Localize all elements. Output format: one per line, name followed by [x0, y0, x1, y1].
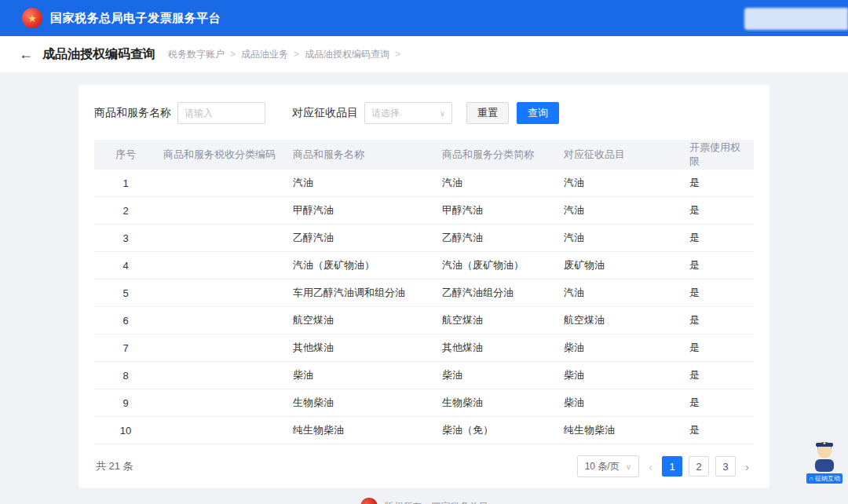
cell-no: 7 [94, 342, 157, 354]
cell-no: 9 [94, 397, 157, 409]
header-short-name: 商品和服务分类简称 [436, 148, 557, 162]
table-row[interactable]: 10 纯生物柴油 柴油（免） 纯生物柴油 是 [94, 417, 754, 444]
breadcrumb-item[interactable]: 成品油业务 [241, 48, 305, 61]
header-no: 序号 [94, 148, 157, 162]
cell-short-name: 柴油（免） [436, 423, 557, 437]
header-permission: 开票使用权限 [683, 141, 754, 169]
page-size-value: 10 条/页 [585, 460, 620, 473]
table-row[interactable]: 1 汽油 汽油 汽油 是 [94, 170, 754, 197]
cell-no: 3 [94, 232, 157, 244]
headset-icon: ∩ [809, 474, 813, 483]
assistant-label: 征纳互动 [815, 474, 840, 483]
table-row[interactable]: 5 车用乙醇汽油调和组分油 乙醇汽油组分油 汽油 是 [94, 279, 754, 307]
cell-name: 乙醇汽油 [287, 231, 436, 245]
cell-category: 汽油 [557, 203, 683, 217]
table-row[interactable]: 4 汽油（废矿物油） 汽油（废矿物油） 废矿物油 是 [94, 252, 754, 279]
cell-permission: 是 [683, 203, 754, 217]
cell-no: 6 [94, 315, 157, 327]
main-content: 商品和服务名称 对应征收品目 请选择 ∨ 重置 查询 序号 商品和服务税收分类编… [0, 72, 848, 504]
cell-name: 纯生物柴油 [287, 423, 436, 437]
table-row[interactable]: 8 柴油 柴油 柴油 是 [94, 362, 754, 389]
cell-no: 2 [94, 205, 157, 217]
cell-no: 10 [94, 425, 157, 436]
assistant-avatar-icon [810, 439, 839, 472]
page-number-button[interactable]: 2 [689, 456, 709, 477]
cell-category: 航空煤油 [557, 313, 683, 327]
back-arrow-icon[interactable]: ← [19, 47, 33, 61]
cell-permission: 是 [683, 176, 754, 190]
cell-permission: 是 [683, 341, 754, 355]
cell-category: 汽油 [557, 286, 683, 300]
cell-permission: 是 [683, 286, 754, 300]
breadcrumb-item[interactable]: 税务数字账户 [168, 48, 241, 61]
assistant-widget[interactable]: ∩ 征纳互动 [806, 439, 843, 484]
query-button[interactable]: 查询 [517, 102, 559, 124]
goods-name-input[interactable] [177, 102, 265, 124]
cell-category: 柴油 [557, 341, 683, 355]
cell-name: 甲醇汽油 [287, 203, 436, 217]
page-title: 成品油授权编码查询 [42, 46, 155, 63]
assistant-badge[interactable]: ∩ 征纳互动 [806, 473, 843, 484]
page-number-button[interactable]: 1 [662, 456, 682, 477]
cell-no: 4 [94, 260, 157, 272]
cell-short-name: 生物柴油 [436, 396, 557, 410]
query-card: 商品和服务名称 对应征收品目 请选择 ∨ 重置 查询 序号 商品和服务税收分类编… [79, 85, 769, 488]
cell-short-name: 航空煤油 [436, 313, 557, 327]
reset-button[interactable]: 重置 [466, 102, 509, 124]
header-code: 商品和服务税收分类编码 [157, 148, 287, 162]
app-header: ★ 国家税务总局电子发票服务平台 [0, 0, 848, 36]
next-page-button[interactable]: › [742, 460, 752, 473]
cell-name: 汽油（废矿物油） [287, 258, 436, 272]
table-body: 1 汽油 汽油 汽油 是 2 甲醇汽油 甲醇汽油 汽油 是 [94, 170, 754, 444]
category-label: 对应征收品目 [292, 106, 358, 120]
table-footer: 共 21 条 10 条/页 ∨ ‹ 1 2 3 › [94, 444, 754, 482]
cell-category: 柴油 [557, 396, 683, 410]
chevron-down-icon: ∨ [440, 109, 445, 118]
page-size-select[interactable]: 10 条/页 ∨ [577, 455, 639, 477]
copyright-text: 版权所有：国家税务总局 [385, 500, 488, 504]
cell-no: 5 [94, 287, 157, 299]
cell-category: 柴油 [557, 368, 683, 382]
table-row[interactable]: 3 乙醇汽油 乙醇汽油 汽油 是 [94, 225, 754, 252]
category-select[interactable]: 请选择 ∨ [364, 102, 452, 124]
app-title: 国家税务总局电子发票服务平台 [50, 11, 221, 26]
cell-category: 汽油 [557, 231, 683, 245]
cell-name: 生物柴油 [287, 396, 436, 410]
category-select-placeholder: 请选择 [371, 107, 400, 120]
user-info-redacted[interactable] [744, 8, 848, 30]
breadcrumb-item[interactable]: 成品油授权编码查询 [305, 48, 406, 61]
cell-name: 柴油 [287, 368, 436, 382]
page-footer: ★ 版权所有：国家税务总局 [0, 498, 848, 504]
cell-name: 航空煤油 [287, 313, 436, 327]
chevron-down-icon: ∨ [626, 462, 631, 471]
pagination: 10 条/页 ∨ ‹ 1 2 3 › [577, 455, 752, 477]
table-row[interactable]: 7 其他煤油 其他煤油 柴油 是 [94, 334, 754, 362]
cell-no: 8 [94, 370, 157, 382]
goods-name-label: 商品和服务名称 [94, 106, 171, 120]
table-row[interactable]: 2 甲醇汽油 甲醇汽油 汽油 是 [94, 197, 754, 225]
cell-category: 汽油 [557, 176, 683, 190]
cell-permission: 是 [683, 231, 754, 245]
cell-name: 其他煤油 [287, 341, 436, 355]
search-form: 商品和服务名称 对应征收品目 请选择 ∨ 重置 查询 [94, 99, 754, 140]
cell-permission: 是 [683, 396, 754, 410]
prev-page-button[interactable]: ‹ [645, 460, 656, 473]
cell-permission: 是 [683, 423, 754, 437]
cell-no: 1 [94, 177, 157, 189]
table-row[interactable]: 6 航空煤油 航空煤油 航空煤油 是 [94, 307, 754, 334]
header-name: 商品和服务名称 [287, 148, 436, 162]
cell-permission: 是 [683, 368, 754, 382]
page-number-button[interactable]: 3 [715, 456, 736, 477]
breadcrumb: 税务数字账户 成品油业务 成品油授权编码查询 [168, 48, 406, 61]
table-header-row: 序号 商品和服务税收分类编码 商品和服务名称 商品和服务分类简称 对应征收品目 … [94, 140, 754, 170]
cell-permission: 是 [683, 313, 754, 327]
brand: ★ 国家税务总局电子发票服务平台 [22, 8, 221, 28]
total-count: 共 21 条 [96, 459, 133, 473]
cell-short-name: 其他煤油 [436, 341, 557, 355]
cell-category: 废矿物油 [557, 258, 683, 272]
table-row[interactable]: 9 生物柴油 生物柴油 柴油 是 [94, 389, 754, 417]
national-emblem-icon: ★ [22, 8, 42, 28]
cell-short-name: 甲醇汽油 [436, 203, 557, 217]
cell-name: 车用乙醇汽油调和组分油 [287, 286, 436, 300]
cell-short-name: 柴油 [436, 368, 557, 382]
